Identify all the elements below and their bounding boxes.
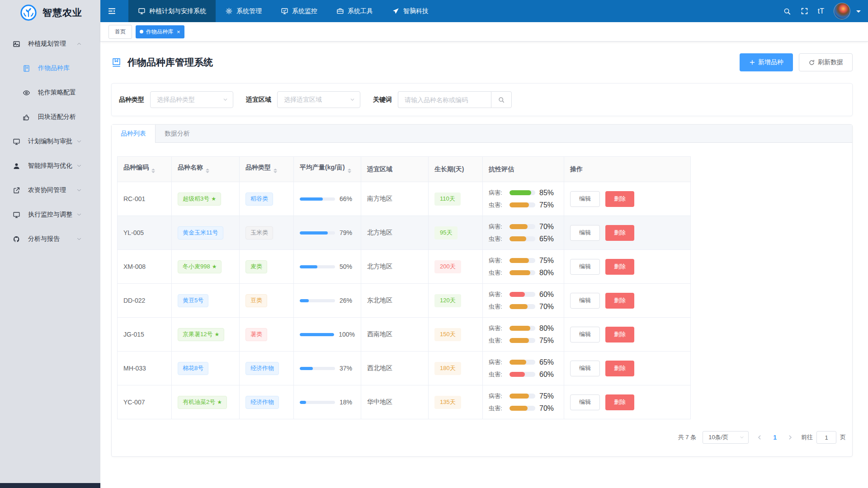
delete-button[interactable]: 删除 — [605, 191, 634, 207]
disease-bar-fill — [509, 360, 526, 365]
sidebar-item-label: 农资协同管理 — [28, 186, 66, 194]
add-variety-button[interactable]: 新增品种 — [740, 53, 793, 71]
page-number-1[interactable]: 1 — [770, 434, 779, 441]
tab-variety-list[interactable]: 品种列表 — [112, 125, 156, 143]
keyword-search-button[interactable] — [491, 91, 512, 108]
pest-bar-fill — [509, 270, 530, 275]
delete-button[interactable]: 删除 — [605, 361, 634, 376]
sort-carets-icon[interactable] — [348, 167, 351, 175]
sidebar-item-0[interactable]: 种植规划管理 — [0, 32, 100, 56]
column-header-1[interactable]: 品种名称 — [172, 157, 240, 182]
nav-tab-4[interactable]: 智脑科技 — [382, 0, 438, 22]
close-icon[interactable]: × — [177, 28, 180, 35]
variety-type-select[interactable]: 选择品种类型 — [150, 91, 233, 108]
nav-tab-2[interactable]: 系统监控 — [271, 0, 327, 22]
page-size-select[interactable]: 10条/页 — [703, 431, 749, 444]
variety-name-tag: 冬小麦998★ — [178, 260, 222, 273]
sidebar-subitem-田块适配分析[interactable]: 田块适配分析 — [0, 105, 100, 129]
variety-code: YC-007 — [123, 399, 145, 406]
nav-tabs: 种植计划与安排系统系统管理系统监控系统工具智脑科技 — [128, 0, 438, 22]
tabs-header: 品种列表 数据分析 — [112, 125, 852, 143]
yield-progress-fill — [300, 367, 313, 370]
disease-resistance-row: 病害:60% — [489, 288, 558, 300]
goto-page-input[interactable] — [816, 431, 836, 444]
tab-home[interactable]: 首页 — [108, 25, 132, 39]
refresh-data-button[interactable]: 刷新数据 — [799, 53, 853, 71]
delete-button[interactable]: 删除 — [605, 327, 634, 343]
yield-percent: 66% — [340, 195, 352, 202]
sort-desc-icon — [348, 171, 351, 175]
column-header-3[interactable]: 平均产量(kg/亩) — [294, 157, 361, 182]
sidebar-subitem-轮作策略配置[interactable]: 轮作策略配置 — [0, 80, 100, 105]
sidebar-item-1[interactable]: 计划编制与审批 — [0, 129, 100, 154]
sidebar-subitem-label: 田块适配分析 — [38, 113, 76, 121]
next-page-icon[interactable] — [786, 434, 795, 441]
sidebar-item-5[interactable]: 分析与报告 — [0, 227, 100, 251]
nav-tab-1[interactable]: 系统管理 — [216, 0, 271, 22]
cell-code: DD-022 — [118, 284, 172, 318]
star-icon: ★ — [217, 399, 222, 405]
user-menu-caret-icon[interactable] — [856, 10, 861, 15]
sort-asc-icon — [274, 167, 277, 170]
edit-button[interactable]: 编辑 — [570, 259, 600, 275]
sort-carets-icon[interactable] — [206, 167, 209, 175]
chevron-down-icon — [75, 211, 83, 218]
edit-button[interactable]: 编辑 — [570, 225, 600, 241]
sidebar-item-4[interactable]: 执行监控与调整 — [0, 202, 100, 227]
tab-data-analysis[interactable]: 数据分析 — [156, 125, 199, 142]
delete-button[interactable]: 删除 — [605, 259, 634, 275]
keyword-input[interactable] — [398, 91, 491, 108]
delete-button[interactable]: 删除 — [605, 225, 634, 241]
cell-name: 超级稻3号★ — [172, 182, 240, 216]
cell-resistance: 病害:60%虫害:70% — [483, 284, 564, 318]
pagination: 共 7 条 10条/页 1 前往 页 — [117, 419, 847, 446]
sidebar-subitem-作物品种库[interactable]: 作物品种库 — [0, 56, 100, 80]
variety-name: 冬小麦998 — [183, 263, 210, 271]
sort-desc-icon — [274, 171, 277, 175]
chevron-down-icon — [75, 138, 83, 145]
filter-region-label: 适宜区域 — [246, 96, 271, 104]
bookmark-icon — [111, 57, 122, 68]
font-size-icon[interactable]: tT — [818, 7, 824, 15]
pest-bar-fill — [509, 372, 525, 377]
pest-percent: 75% — [539, 337, 554, 345]
region-text: 北方地区 — [367, 229, 392, 236]
sidebar-collapse-button[interactable] — [100, 0, 123, 22]
column-header-0[interactable]: 品种编码 — [118, 157, 172, 182]
sidebar-item-2[interactable]: 智能排期与优化 — [0, 154, 100, 178]
page-content: 作物品种库管理系统 新增品种 刷新数据 品种类型 选择品种类型 — [100, 42, 868, 488]
nav-tab-0[interactable]: 种植计划与安排系统 — [128, 0, 216, 22]
prev-page-icon[interactable] — [755, 434, 764, 441]
sort-carets-icon[interactable] — [151, 167, 155, 175]
edit-button[interactable]: 编辑 — [570, 191, 600, 207]
nav-tab-3[interactable]: 系统工具 — [327, 0, 382, 22]
tab-crop-library[interactable]: 作物品种库 × — [136, 25, 184, 38]
region-select[interactable]: 选择适宜区域 — [277, 91, 360, 108]
sidebar-item-3[interactable]: 农资协同管理 — [0, 178, 100, 202]
search-icon[interactable] — [783, 7, 791, 15]
monitor-check-icon — [281, 7, 288, 15]
column-header-label: 抗性评估 — [489, 165, 514, 173]
cell-type: 稻谷类 — [240, 182, 294, 216]
edit-button[interactable]: 编辑 — [570, 293, 600, 309]
chevron-down-icon — [222, 97, 228, 103]
column-header-label: 品种类型 — [245, 164, 271, 171]
delete-button[interactable]: 删除 — [605, 394, 634, 410]
column-header-label: 品种编码 — [123, 164, 149, 171]
edit-button[interactable]: 编辑 — [570, 361, 600, 376]
variety-name: 有机油菜2号 — [183, 398, 215, 406]
delete-button[interactable]: 删除 — [605, 293, 634, 309]
user-avatar[interactable] — [834, 3, 850, 19]
cell-type: 薯类 — [240, 318, 294, 352]
disease-bar-fill — [509, 224, 528, 229]
edit-button[interactable]: 编辑 — [570, 394, 600, 410]
page-header: 作物品种库管理系统 新增品种 刷新数据 — [111, 53, 853, 71]
fullscreen-icon[interactable] — [801, 7, 808, 15]
sort-carets-icon[interactable] — [274, 167, 277, 175]
disease-bar-track — [509, 190, 535, 195]
edit-button[interactable]: 编辑 — [570, 327, 600, 343]
pest-label: 虫害: — [489, 269, 505, 277]
cell-resistance: 病害:75%虫害:80% — [483, 250, 564, 284]
growth-days-tag: 200天 — [434, 260, 461, 273]
column-header-2[interactable]: 品种类型 — [240, 157, 294, 182]
